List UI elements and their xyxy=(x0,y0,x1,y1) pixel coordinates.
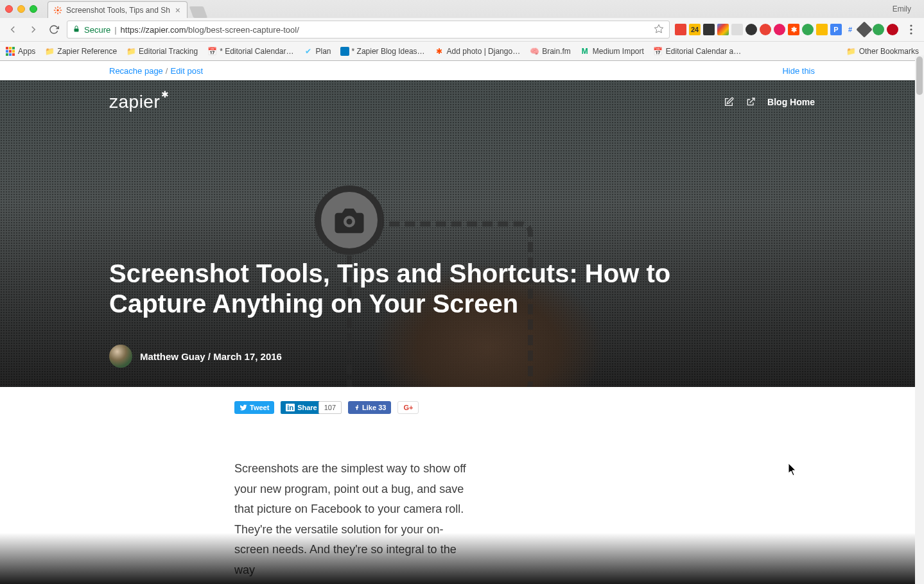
bookmark-item[interactable]: 📁Editorial Tracking xyxy=(126,46,198,56)
apps-grid-icon xyxy=(5,46,15,56)
external-link-icon[interactable] xyxy=(745,97,756,107)
extension-icon[interactable] xyxy=(745,24,757,35)
new-tab-button[interactable] xyxy=(189,6,208,18)
svg-rect-15 xyxy=(9,47,12,49)
edit-post-link[interactable]: Edit post xyxy=(170,66,203,76)
pinterest-icon[interactable] xyxy=(887,24,898,35)
address-bar[interactable]: Secure | https://zapier.com/blog/best-sc… xyxy=(67,21,670,39)
calendar-icon: 📅 xyxy=(653,46,663,56)
extension-icon[interactable] xyxy=(717,24,729,35)
profile-label[interactable]: Emily xyxy=(893,4,919,13)
extension-icon[interactable]: # xyxy=(844,24,856,35)
browser-toolbar: Secure | https://zapier.com/blog/best-sc… xyxy=(0,18,924,41)
folder-icon: 📁 xyxy=(846,46,857,56)
bookmark-item[interactable]: ✱Add photo | Django… xyxy=(434,46,521,56)
svg-rect-14 xyxy=(6,47,8,49)
traffic-lights xyxy=(5,5,37,13)
back-button[interactable] xyxy=(5,22,21,37)
byline: Matthew Guay / March 17, 2016 xyxy=(109,345,815,368)
byline-text: Matthew Guay / March 17, 2016 xyxy=(140,351,282,362)
share-bar: Tweet in Share 107 Like 33 G+ xyxy=(0,387,924,414)
medium-icon: M xyxy=(580,46,590,56)
site-nav: Blog Home xyxy=(724,97,815,107)
blog-home-link[interactable]: Blog Home xyxy=(767,97,815,107)
extension-icon[interactable] xyxy=(731,24,743,35)
admin-bar: Recache page / Edit post Hide this xyxy=(0,61,924,80)
tab-title: Screenshot Tools, Tips and Sh xyxy=(66,6,170,15)
bookmark-item[interactable]: * Zapier Blog Ideas… xyxy=(340,47,425,56)
camera-badge-icon xyxy=(315,185,384,255)
svg-line-8 xyxy=(60,7,61,8)
apps-button[interactable]: Apps xyxy=(5,46,35,56)
chrome-menu-button[interactable] xyxy=(903,22,919,37)
forward-button[interactable] xyxy=(26,22,41,37)
extension-icon[interactable] xyxy=(760,24,771,35)
scroll-thumb[interactable] xyxy=(916,56,923,95)
google-plus-button[interactable]: G+ xyxy=(397,401,419,414)
window-minimize-button[interactable] xyxy=(17,5,25,13)
brainfm-icon: 🧠 xyxy=(529,46,539,56)
linkedin-count: 107 xyxy=(318,401,342,414)
extension-icon[interactable] xyxy=(774,24,785,35)
svg-rect-9 xyxy=(74,28,79,31)
extension-icon[interactable]: P xyxy=(830,24,842,35)
window-close-button[interactable] xyxy=(5,5,13,13)
browser-tab[interactable]: Screenshot Tools, Tips and Sh × xyxy=(48,1,187,18)
tweet-button[interactable]: Tweet xyxy=(234,401,274,414)
zapier-logo[interactable]: zapier✱ xyxy=(109,92,170,112)
bookmark-item[interactable]: ✔Plan xyxy=(303,46,331,56)
bookmark-item[interactable]: 🧠Brain.fm xyxy=(529,46,571,56)
svg-rect-22 xyxy=(12,53,15,56)
zapier-favicon-icon xyxy=(53,6,62,15)
tab-close-button[interactable]: × xyxy=(174,6,182,14)
divider: / xyxy=(166,66,168,76)
scrollbar[interactable] xyxy=(915,55,924,584)
svg-point-11 xyxy=(910,24,912,26)
hide-link[interactable]: Hide this xyxy=(782,66,815,76)
pocket-icon[interactable] xyxy=(703,24,715,35)
svg-line-7 xyxy=(55,12,57,13)
site-header: zapier✱ Blog Home xyxy=(0,80,924,124)
svg-rect-19 xyxy=(12,50,15,53)
extension-icon[interactable] xyxy=(873,24,884,35)
svg-line-5 xyxy=(55,7,57,8)
extension-icons: 24 ✱ P # xyxy=(675,24,898,35)
extension-icon[interactable] xyxy=(675,24,686,35)
svg-rect-18 xyxy=(9,50,12,53)
author-avatar[interactable] xyxy=(109,345,132,368)
tab-strip: Screenshot Tools, Tips and Sh × xyxy=(48,0,887,18)
edit-icon[interactable] xyxy=(724,97,734,107)
recache-link[interactable]: Recache page xyxy=(109,66,163,76)
reload-button[interactable] xyxy=(46,22,62,37)
author-name: Matthew Guay xyxy=(140,351,205,362)
folder-icon: 📁 xyxy=(126,46,136,56)
publish-date: March 17, 2016 xyxy=(213,351,282,362)
svg-point-0 xyxy=(57,9,59,12)
bookmark-star-icon[interactable] xyxy=(654,24,664,36)
window-zoom-button[interactable] xyxy=(30,5,37,13)
bookmark-item[interactable]: 📁Zapier Reference xyxy=(44,46,117,56)
gplus-icon: G+ xyxy=(403,404,413,411)
extension-icon[interactable]: 24 xyxy=(689,24,701,35)
folder-icon: 📁 xyxy=(44,46,55,56)
browser-chrome: Screenshot Tools, Tips and Sh × Emily Se… xyxy=(0,0,924,61)
extension-icon[interactable] xyxy=(816,24,828,35)
extension-icon[interactable] xyxy=(802,24,814,35)
bookmark-item[interactable]: MMedium Import xyxy=(580,46,644,56)
svg-point-24 xyxy=(347,219,353,225)
zapier-extension-icon[interactable]: ✱ xyxy=(788,24,799,35)
facebook-like-button[interactable]: Like 33 xyxy=(348,401,391,414)
svg-rect-16 xyxy=(12,47,15,49)
other-bookmarks-button[interactable]: 📁Other Bookmarks xyxy=(846,46,919,56)
bookmark-item[interactable]: 📅* Editorial Calendar… xyxy=(207,46,293,56)
logo-star-icon: ✱ xyxy=(161,89,170,99)
lock-icon xyxy=(73,25,80,35)
extension-icon[interactable] xyxy=(856,21,872,37)
svg-line-6 xyxy=(60,12,61,13)
linkedin-share-button[interactable]: in Share xyxy=(281,401,322,414)
bookmark-item[interactable]: 📅Editorial Calendar a… xyxy=(653,46,741,56)
svg-point-13 xyxy=(910,32,912,34)
svg-rect-21 xyxy=(9,53,12,56)
svg-rect-17 xyxy=(6,50,8,53)
calendar-icon: 📅 xyxy=(207,46,217,56)
